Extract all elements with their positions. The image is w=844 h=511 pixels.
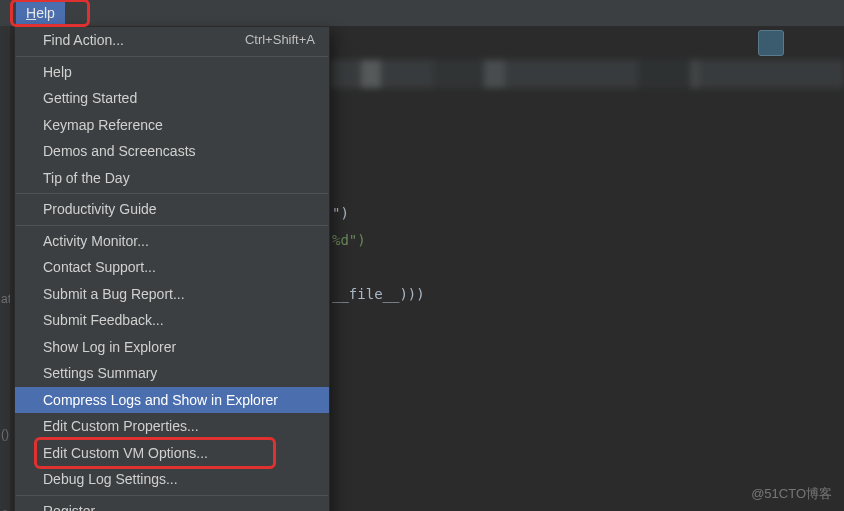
- mi-label: Submit Feedback...: [43, 312, 164, 328]
- mi-edit-custom-vm-options[interactable]: Edit Custom VM Options...: [15, 440, 329, 467]
- mi-label: Activity Monitor...: [43, 233, 149, 249]
- mi-getting-started[interactable]: Getting Started: [15, 85, 329, 112]
- mi-productivity-guide[interactable]: Productivity Guide: [15, 196, 329, 223]
- menu-separator: [16, 56, 328, 57]
- menu-help[interactable]: Help: [16, 0, 65, 26]
- mi-label: Submit a Bug Report...: [43, 286, 185, 302]
- mi-label: Keymap Reference: [43, 117, 163, 133]
- mi-settings-summary[interactable]: Settings Summary: [15, 360, 329, 387]
- mi-label: Compress Logs and Show in Explorer: [43, 392, 278, 408]
- mi-label: Debug Log Settings...: [43, 471, 178, 487]
- mi-register[interactable]: Register...: [15, 498, 329, 512]
- mi-show-log[interactable]: Show Log in Explorer: [15, 334, 329, 361]
- breadcrumb-blurred: [330, 60, 844, 88]
- menu-help-label: Help: [26, 5, 55, 21]
- mi-label: Show Log in Explorer: [43, 339, 176, 355]
- mi-label: Settings Summary: [43, 365, 157, 381]
- editor-code[interactable]: ") %d") __file__))): [332, 92, 425, 308]
- help-dropdown: Find Action... Ctrl+Shift+A Help Getting…: [14, 26, 330, 511]
- mi-label: Find Action...: [43, 32, 124, 48]
- mi-label: Getting Started: [43, 90, 137, 106]
- watermark: @51CTO博客: [751, 485, 832, 503]
- mi-label: Edit Custom VM Options...: [43, 445, 208, 461]
- mi-demos[interactable]: Demos and Screencasts: [15, 138, 329, 165]
- mi-label: Register...: [43, 503, 106, 512]
- mi-tip-of-the-day[interactable]: Tip of the Day: [15, 165, 329, 192]
- mi-label: Edit Custom Properties...: [43, 418, 199, 434]
- menu-bar: Help: [0, 0, 844, 26]
- mi-edit-custom-properties[interactable]: Edit Custom Properties...: [15, 413, 329, 440]
- mi-label: Help: [43, 64, 72, 80]
- mi-label: Demos and Screencasts: [43, 143, 196, 159]
- menu-separator: [16, 495, 328, 496]
- mi-compress-logs[interactable]: Compress Logs and Show in Explorer: [15, 387, 329, 414]
- mi-label: Productivity Guide: [43, 201, 157, 217]
- tool-window-tab[interactable]: [758, 30, 784, 56]
- mi-shortcut: Ctrl+Shift+A: [245, 27, 315, 54]
- menu-separator: [16, 225, 328, 226]
- mi-label: Tip of the Day: [43, 170, 130, 186]
- mi-keymap-reference[interactable]: Keymap Reference: [15, 112, 329, 139]
- editor-gutter: at () () y( 目 at 检 tD ir: [0, 0, 10, 511]
- mi-find-action[interactable]: Find Action... Ctrl+Shift+A: [15, 27, 329, 54]
- mi-activity-monitor[interactable]: Activity Monitor...: [15, 228, 329, 255]
- mi-submit-feedback[interactable]: Submit Feedback...: [15, 307, 329, 334]
- mi-help[interactable]: Help: [15, 59, 329, 86]
- menu-separator: [16, 193, 328, 194]
- mi-contact-support[interactable]: Contact Support...: [15, 254, 329, 281]
- mi-debug-log-settings[interactable]: Debug Log Settings...: [15, 466, 329, 493]
- mi-label: Contact Support...: [43, 259, 156, 275]
- mi-bug-report[interactable]: Submit a Bug Report...: [15, 281, 329, 308]
